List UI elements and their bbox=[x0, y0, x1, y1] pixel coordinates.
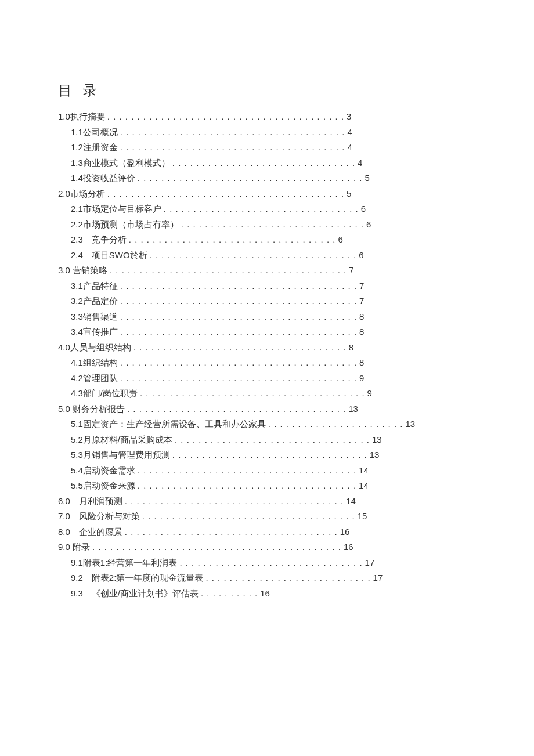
toc-entry-page: 14 bbox=[359, 478, 369, 493]
toc-entry-page: 9 bbox=[367, 386, 372, 401]
toc-entry-page: 5 bbox=[347, 186, 351, 201]
toc-entry-page: 5 bbox=[365, 171, 369, 186]
toc-entry-leader: . . . . . . . . . . . . . . . . . . . . … bbox=[105, 109, 347, 124]
toc-entry-label: 2.3 竞争分析 bbox=[71, 232, 127, 247]
toc-entry-label: 5.3月销售与管理费用预测 bbox=[71, 447, 170, 462]
toc-entry-leader: . . . . . . . . . . . . . . . . . . . . … bbox=[138, 386, 367, 401]
toc-entry-label: 5.2月原材料/商品采购成本 bbox=[71, 432, 172, 447]
toc-entry-label: 2.4 项目SWO於析 bbox=[71, 248, 147, 263]
toc-entry: 5.1固定资产：生产经营所需设备、工具和办公家具 . . . . . . . .… bbox=[58, 417, 476, 432]
toc-entry: 1.1公司概况 . . . . . . . . . . . . . . . . … bbox=[58, 125, 476, 140]
toc-entry-page: 17 bbox=[373, 570, 383, 585]
toc-entry-label: 1.1公司概况 bbox=[71, 125, 118, 140]
toc-entry-leader: . . . . . . . . . . . . . . . . . . . . … bbox=[172, 432, 372, 447]
toc-entry: 2.3 竞争分析 . . . . . . . . . . . . . . . .… bbox=[58, 232, 476, 247]
toc-entry-page: 3 bbox=[347, 109, 351, 124]
toc-entry-page: 14 bbox=[346, 494, 356, 509]
toc-entry-label: 1.0执行摘要 bbox=[58, 109, 105, 124]
toc-entry: 5.0 财务分析报告 . . . . . . . . . . . . . . .… bbox=[58, 401, 476, 417]
toc-entry-label: 2.0市场分析 bbox=[58, 186, 105, 201]
toc-entry-leader: . . . . . . . . . . . . . . . . . . . . … bbox=[177, 555, 365, 570]
toc-entry-leader: . . . . . . . . . . . . . . . . . . . . … bbox=[118, 371, 359, 386]
toc-entry-label: 3.2产品定价 bbox=[71, 294, 118, 309]
toc-entry: 3.0 营销策略 . . . . . . . . . . . . . . . .… bbox=[58, 263, 476, 278]
toc-entry-label: 9.2 附表2:第一年度的现金流量表 bbox=[71, 570, 203, 585]
toc-entry-label: 8.0 企业的愿景 bbox=[58, 525, 122, 540]
toc-entry-page: 13 bbox=[372, 432, 382, 447]
toc-entry-leader: . . . . . . . . . . . . . . . . . . . . … bbox=[135, 171, 365, 186]
toc-entry-leader: . . . . . . . . . . . . . . . . . . . . … bbox=[122, 525, 340, 540]
toc-entry-leader: . . . . . . . . . . . . . . . . . . . . … bbox=[161, 201, 361, 216]
toc-entry: 4.0人员与组织结构 . . . . . . . . . . . . . . .… bbox=[58, 340, 476, 355]
toc-entry: 9.1附表1:经营第一年利润表 . . . . . . . . . . . . … bbox=[58, 555, 476, 570]
toc-entry-leader: . . . . . . . . . . . . . . . . . . . . … bbox=[170, 155, 358, 171]
toc-title: 目 录 bbox=[58, 81, 476, 100]
toc-entry: 4.1组织结构 . . . . . . . . . . . . . . . . … bbox=[58, 355, 476, 370]
toc-entry-page: 16 bbox=[260, 586, 270, 601]
toc-entry-label: 1.2注册资金 bbox=[71, 140, 118, 155]
toc-entry-label: 7.0 风险分析与对策 bbox=[58, 509, 140, 524]
toc-entry-page: 6 bbox=[361, 201, 366, 216]
toc-entry-label: 5.4启动资金需求 bbox=[71, 463, 135, 478]
toc-entry-page: 13 bbox=[348, 401, 358, 417]
toc-entry-page: 4 bbox=[358, 155, 362, 171]
toc-entry-leader: . . . . . . . . . . . . . . . . . . . . … bbox=[266, 417, 406, 432]
toc-entry-leader: . . . . . . . . . . . . . . . . . . . . … bbox=[118, 355, 359, 370]
toc-entry-label: 2.1市场定位与目标客户 bbox=[71, 201, 161, 216]
toc-entry-page: 13 bbox=[370, 447, 380, 462]
toc-entry-leader: . . . . . . . . . . . . . . . . . . . . … bbox=[140, 509, 358, 524]
toc-entry-leader: . . . . . . . . . . . . . . . . . . . . … bbox=[90, 540, 344, 555]
toc-entry-page: 6 bbox=[338, 232, 342, 247]
toc-entry-page: 17 bbox=[365, 555, 375, 570]
toc-entry-label: 4.3部门/岗位职责 bbox=[71, 386, 138, 401]
toc-entry-label: 5.1固定资产：生产经营所需设备、工具和办公家具 bbox=[71, 417, 266, 432]
toc-entry: 2.2市场预测（市场占有率） . . . . . . . . . . . . .… bbox=[58, 217, 476, 232]
toc-entry-page: 15 bbox=[358, 509, 367, 524]
toc-entry-label: 3.1产品特征 bbox=[71, 278, 118, 294]
toc-entry-leader: . . . . . . . . . . . . . . . . . . . . … bbox=[118, 309, 359, 324]
toc-entry-leader: . . . . . . . . . . . . . . . . . . . . … bbox=[122, 494, 346, 509]
toc-entry-page: 9 bbox=[359, 371, 364, 386]
toc-entry-leader: . . . . . . . . . . . . . . . . . . . . … bbox=[135, 478, 359, 493]
toc-entry-page: 6 bbox=[359, 248, 363, 263]
toc-entry-label: 4.0人员与组织结构 bbox=[58, 340, 131, 355]
toc-entry: 3.4宣传推广 . . . . . . . . . . . . . . . . … bbox=[58, 324, 476, 339]
toc-entry-page: 13 bbox=[405, 417, 415, 432]
toc-entry: 1.0执行摘要 . . . . . . . . . . . . . . . . … bbox=[58, 109, 476, 124]
toc-entry-leader: . . . . . . . . . . . . . . . . . . . . … bbox=[127, 232, 338, 247]
toc-entry: 6.0 月利润预测 . . . . . . . . . . . . . . . … bbox=[58, 494, 476, 509]
toc-entry-label: 2.2市场预测（市场占有率） bbox=[71, 217, 179, 232]
toc-entry-page: 4 bbox=[347, 125, 352, 140]
toc-entry: 5.2月原材料/商品采购成本 . . . . . . . . . . . . .… bbox=[58, 432, 476, 447]
toc-entry: 3.2产品定价 . . . . . . . . . . . . . . . . … bbox=[58, 294, 476, 309]
toc-entry-label: 5.0 财务分析报告 bbox=[58, 401, 125, 417]
toc-entry: 1.3商业模式（盈利模式） . . . . . . . . . . . . . … bbox=[58, 155, 476, 171]
toc-entry: 2.0市场分析 . . . . . . . . . . . . . . . . … bbox=[58, 186, 476, 201]
toc-entry-leader: . . . . . . . . . . . . . . . . . . . . … bbox=[170, 447, 370, 462]
toc-entry-leader: . . . . . . . . . . . . . . . . . . . . … bbox=[147, 248, 359, 263]
toc-entry-label: 5.5启动资金来源 bbox=[71, 478, 135, 493]
toc-entry: 5.4启动资金需求 . . . . . . . . . . . . . . . … bbox=[58, 463, 476, 478]
toc-entry-leader: . . . . . . . . . . . . . . . . . . . . … bbox=[105, 186, 347, 201]
toc-entry-label: 9.0 附录 bbox=[58, 540, 90, 555]
toc-entry-leader: . . . . . . . . . . . . . . . . . . . . … bbox=[118, 278, 359, 294]
toc-entry-label: 1.3商业模式（盈利模式） bbox=[71, 155, 170, 171]
toc-entry-label: 6.0 月利润预测 bbox=[58, 494, 122, 509]
toc-entry-page: 7 bbox=[349, 263, 353, 278]
toc-entry-page: 7 bbox=[359, 294, 364, 309]
toc-entry-leader: . . . . . . . . . . . . . . . . . . . . … bbox=[107, 263, 349, 278]
toc-entry-leader: . . . . . . . . . . . . . . . . . . . . … bbox=[135, 463, 359, 478]
toc-entry-label: 3.0 营销策略 bbox=[58, 263, 107, 278]
toc-entry-label: 1.4投资收益评价 bbox=[71, 171, 135, 186]
toc-entry-label: 3.3销售渠道 bbox=[71, 309, 118, 324]
toc-entry-leader: . . . . . . . . . . . . . . . . . . . . … bbox=[179, 217, 366, 232]
toc-entry: 9.3 《创业/商业计划书》评估表 . . . . . . . . . . 16 bbox=[58, 586, 476, 601]
toc-entry-label: 3.4宣传推广 bbox=[71, 324, 118, 339]
toc-entry-label: 4.2管理团队 bbox=[71, 371, 118, 386]
toc-entry: 4.2管理团队 . . . . . . . . . . . . . . . . … bbox=[58, 371, 476, 386]
toc-entry-leader: . . . . . . . . . . . . . . . . . . . . … bbox=[118, 140, 348, 155]
toc-entry-leader: . . . . . . . . . . . . . . . . . . . . … bbox=[118, 294, 359, 309]
toc-entry: 4.3部门/岗位职责 . . . . . . . . . . . . . . .… bbox=[58, 386, 476, 401]
toc-entry-leader: . . . . . . . . . . . . . . . . . . . . … bbox=[118, 324, 359, 339]
toc-entry: 2.4 项目SWO於析 . . . . . . . . . . . . . . … bbox=[58, 248, 476, 263]
